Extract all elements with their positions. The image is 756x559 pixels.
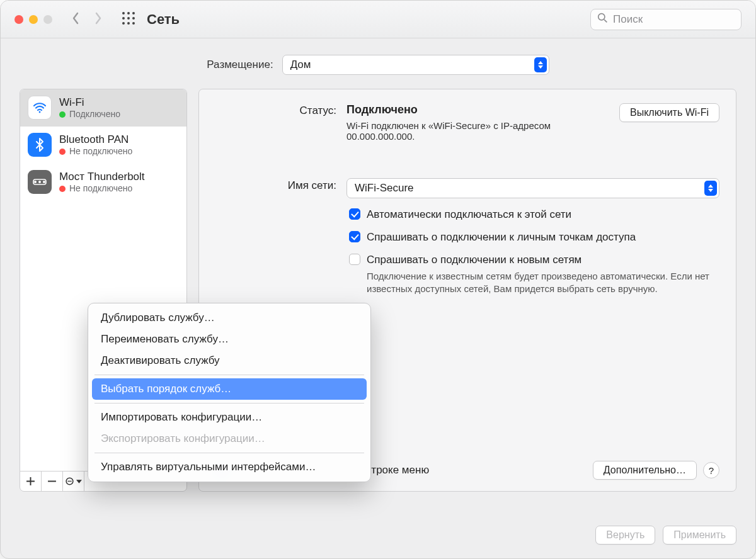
sidebar-item-status: Подключено xyxy=(69,109,120,120)
sidebar-item-label: Wi-Fi xyxy=(59,96,120,109)
menu-item-duplicate-service[interactable]: Дублировать службу… xyxy=(92,307,367,329)
window-controls xyxy=(14,15,52,24)
checkbox-description: Подключение к известным сетям будет прои… xyxy=(367,270,719,296)
sidebar-item-label: Bluetooth PAN xyxy=(59,133,132,146)
svg-point-8 xyxy=(132,22,135,25)
minimize-window-icon[interactable] xyxy=(29,15,38,24)
network-name-select[interactable]: WiFi-Secure xyxy=(346,178,719,198)
location-value: Дом xyxy=(290,59,311,71)
service-actions-menu: Дублировать службу… Переименовать службу… xyxy=(88,303,371,482)
advanced-button[interactable]: Дополнительно… xyxy=(593,461,697,480)
remove-service-button[interactable] xyxy=(42,471,63,491)
svg-point-16 xyxy=(67,481,69,482)
svg-point-1 xyxy=(127,12,130,14)
checkbox-label: Автоматически подключаться к этой сети xyxy=(367,208,719,221)
network-name-value: WiFi-Secure xyxy=(355,182,414,195)
menu-item-rename-service[interactable]: Переименовать службу… xyxy=(92,329,367,350)
nav-arrows xyxy=(70,12,104,27)
svg-point-9 xyxy=(598,13,605,20)
titlebar: Сеть Поиск xyxy=(1,1,755,38)
checkbox-label: Спрашивать о подключении к личным точкам… xyxy=(367,231,719,244)
menu-item-manage-virtual-interfaces[interactable]: Управлять виртуальными интерфейсами… xyxy=(92,456,367,478)
search-placeholder: Поиск xyxy=(613,13,643,26)
menu-separator xyxy=(94,375,364,375)
apply-button[interactable]: Применить xyxy=(663,526,736,545)
service-actions-button[interactable] xyxy=(63,471,84,491)
menu-item-deactivate-service[interactable]: Деактивировать службу xyxy=(92,350,367,371)
menu-item-export-configs: Экспортировать конфигурации… xyxy=(92,428,367,449)
menu-item-set-service-order[interactable]: Выбрать порядок служб… xyxy=(92,378,367,400)
system-preferences-network-window: Сеть Поиск Размещение: Дом xyxy=(0,0,756,559)
search-icon xyxy=(597,13,608,26)
menu-separator xyxy=(94,453,364,453)
svg-point-4 xyxy=(127,17,130,20)
sidebar-item-bluetooth-pan[interactable]: Bluetooth PAN Не подключено xyxy=(20,127,186,164)
sidebar-item-thunderbolt-bridge[interactable]: Мост Thunderbolt Не подключено xyxy=(20,164,186,201)
nav-back-icon[interactable] xyxy=(70,12,81,27)
close-window-icon[interactable] xyxy=(14,15,23,24)
svg-point-10 xyxy=(39,111,41,113)
checkbox-ask-hotspot[interactable]: Спрашивать о подключении к личным точкам… xyxy=(349,231,719,244)
checkbox-icon xyxy=(349,231,360,242)
status-description: Wi-Fi подключен к «WiFi-Secure» с IP-адр… xyxy=(346,120,619,142)
sidebar-item-status: Не подключено xyxy=(69,146,132,157)
svg-point-2 xyxy=(132,12,135,14)
checkbox-icon xyxy=(349,254,360,265)
checkbox-label: Спрашивать о подключении к новым сетям xyxy=(367,254,581,266)
status-dot-icon xyxy=(59,111,66,118)
svg-point-13 xyxy=(43,181,45,183)
location-row: Размещение: Дом xyxy=(1,38,755,89)
status-value: Подключено xyxy=(346,103,619,116)
svg-point-7 xyxy=(127,22,130,25)
location-select[interactable]: Дом xyxy=(282,55,549,75)
help-button[interactable]: ? xyxy=(703,462,719,478)
show-all-prefs-icon[interactable] xyxy=(122,11,135,28)
add-service-button[interactable] xyxy=(20,471,42,491)
sidebar-item-wifi[interactable]: Wi-Fi Подключено xyxy=(20,89,186,127)
zoom-window-icon xyxy=(43,15,52,24)
wifi-icon xyxy=(28,96,52,120)
stepper-icon xyxy=(704,181,717,196)
status-dot-icon xyxy=(59,149,66,155)
menu-separator xyxy=(94,403,364,404)
bluetooth-icon xyxy=(28,133,52,157)
network-name-label: Имя сети: xyxy=(215,178,336,296)
checkbox-auto-join[interactable]: Автоматически подключаться к этой сети xyxy=(349,208,719,221)
status-label: Статус: xyxy=(215,103,336,142)
window-footer: Вернуть Применить xyxy=(595,526,736,545)
location-label: Размещение: xyxy=(207,59,273,71)
checkbox-icon xyxy=(349,208,360,220)
sidebar-item-status: Не подключено xyxy=(69,183,132,195)
svg-point-12 xyxy=(38,181,41,183)
svg-point-18 xyxy=(71,481,72,482)
nav-forward-icon xyxy=(93,12,104,27)
pane-title: Сеть xyxy=(147,11,180,28)
svg-point-3 xyxy=(122,17,125,20)
svg-point-0 xyxy=(122,12,125,14)
status-dot-icon xyxy=(59,186,66,192)
checkbox-ask-new-networks[interactable]: Спрашивать о подключении к новым сетям П… xyxy=(349,254,719,296)
svg-point-5 xyxy=(132,17,135,20)
menu-item-import-configs[interactable]: Импортировать конфигурации… xyxy=(92,407,367,428)
svg-point-17 xyxy=(69,481,71,482)
search-field[interactable]: Поиск xyxy=(590,9,742,30)
svg-point-11 xyxy=(34,181,37,183)
toggle-wifi-button[interactable]: Выключить Wi-Fi xyxy=(619,103,719,122)
stepper-icon xyxy=(534,57,547,72)
svg-point-6 xyxy=(122,22,125,25)
thunderbolt-bridge-icon xyxy=(28,170,52,194)
sidebar-item-label: Мост Thunderbolt xyxy=(59,170,145,183)
revert-button[interactable]: Вернуть xyxy=(595,526,655,545)
